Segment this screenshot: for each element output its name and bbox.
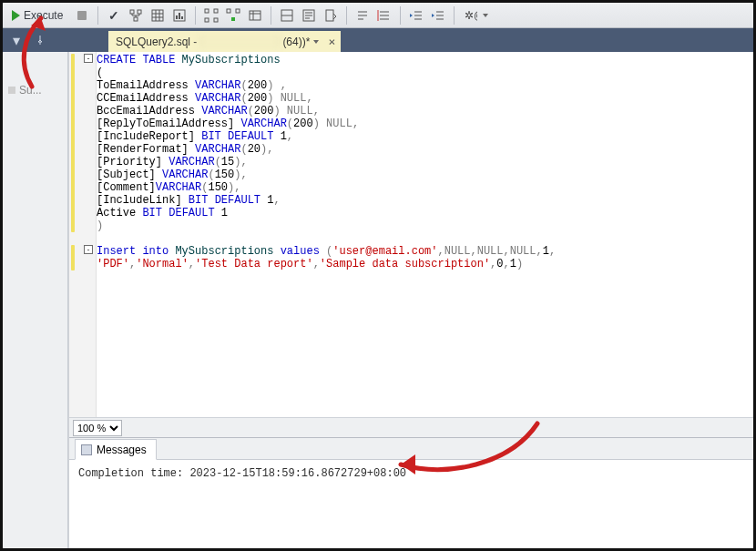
outdent-icon: [409, 8, 424, 23]
pin-button[interactable]: [30, 30, 50, 50]
svg-rect-9: [214, 9, 218, 13]
toolbar-separator: [454, 6, 455, 25]
stop-icon: [77, 11, 87, 20]
messages-tab[interactable]: Messages: [75, 439, 157, 460]
svg-rect-0: [130, 10, 134, 14]
node-label: Su...: [19, 84, 42, 97]
editor-area: -- CREATE TABLE MySubscriptions ( ToEmai…: [68, 52, 753, 548]
file-tab-prefix: SQLQuery2.sql -: [116, 36, 197, 48]
comment-icon: [355, 8, 370, 23]
uncomment-button[interactable]: [374, 5, 394, 26]
btn-b[interactable]: [223, 5, 243, 26]
include-stats-button[interactable]: [169, 5, 189, 26]
toolbar-separator: [97, 6, 98, 25]
pin-icon: [35, 35, 46, 46]
results-panel: Messages Completion time: 2023-12-15T18:…: [69, 437, 753, 548]
messages-tab-label: Messages: [97, 444, 147, 456]
check-icon: ✓: [108, 8, 119, 23]
play-icon: [12, 10, 20, 21]
svg-rect-8: [205, 9, 209, 13]
results-text-button[interactable]: [299, 5, 319, 26]
tab-dropdown-button[interactable]: ▾: [6, 30, 26, 50]
svg-rect-7: [181, 16, 183, 19]
svg-rect-11: [214, 18, 218, 22]
results-file-button[interactable]: [321, 5, 341, 26]
toolbar-separator: [271, 6, 271, 25]
toolbar-separator: [400, 6, 401, 25]
results-grid-icon: [280, 8, 294, 23]
object-explorer-panel: Su...: [3, 52, 68, 548]
collapse-toggle[interactable]: -: [84, 245, 93, 254]
node-icon: [8, 87, 15, 94]
toolbar-separator: [346, 6, 347, 25]
svg-rect-10: [205, 18, 209, 22]
code-text[interactable]: CREATE TABLE MySubscriptions ( ToEmailAd…: [97, 54, 753, 270]
table-icon: [248, 8, 262, 23]
editor-gutter: --: [69, 52, 97, 417]
results-file-icon: [323, 8, 338, 23]
comment-button[interactable]: [352, 5, 373, 26]
parse-button[interactable]: ✓: [104, 5, 124, 26]
btn-a[interactable]: [201, 5, 221, 26]
zoom-select[interactable]: 100 %: [73, 420, 122, 436]
results-grid-button[interactable]: [277, 5, 297, 26]
plan-green-icon: [226, 8, 240, 23]
svg-rect-13: [236, 9, 240, 13]
execute-button[interactable]: Execute: [8, 5, 70, 26]
svg-rect-12: [227, 9, 230, 13]
toolbar-separator: [195, 6, 196, 25]
at-icon: ✲@: [463, 8, 477, 23]
btn-c[interactable]: [245, 5, 265, 26]
include-plan-button[interactable]: [148, 5, 168, 26]
svg-rect-6: [179, 13, 180, 19]
svg-rect-14: [231, 17, 235, 21]
indent-icon: [431, 8, 445, 23]
svg-rect-2: [134, 17, 138, 21]
svg-rect-15: [250, 11, 261, 20]
tab-close-button[interactable]: ×: [328, 35, 335, 48]
indent-button[interactable]: [428, 5, 448, 26]
object-explorer-node[interactable]: Su...: [8, 84, 42, 97]
svg-rect-18: [326, 10, 333, 21]
stats-icon: [172, 8, 187, 23]
stop-button[interactable]: [72, 5, 92, 26]
file-tab[interactable]: SQLQuery2.sql - (64))* ×: [108, 31, 341, 52]
completion-time-text: Completion time: 2023-12-15T18:59:16.867…: [78, 467, 744, 480]
main-toolbar: Execute ✓ ✲@: [3, 3, 753, 28]
plan-icon: [128, 8, 143, 23]
change-marker: [71, 245, 75, 270]
execute-label: Execute: [24, 9, 63, 22]
document-tabstrip: ▾ SQLQuery2.sql - (64))* ×: [3, 28, 753, 52]
change-marker: [71, 54, 75, 232]
outdent-button[interactable]: [406, 5, 426, 26]
plan-small-icon: [204, 8, 219, 23]
display-plan-button[interactable]: [126, 5, 146, 26]
svg-rect-3: [152, 10, 163, 21]
results-tabrow: Messages: [69, 438, 753, 460]
svg-text:✲@: ✲@: [465, 9, 477, 22]
messages-icon: [81, 444, 92, 455]
file-tab-suffix: (64))*: [282, 36, 310, 48]
dropdown-icon[interactable]: [483, 14, 488, 17]
file-tab-server-blurred: [199, 36, 281, 47]
tab-menu-icon[interactable]: [313, 40, 319, 44]
svg-rect-5: [176, 15, 178, 19]
code-editor[interactable]: -- CREATE TABLE MySubscriptions ( ToEmai…: [69, 52, 753, 417]
svg-rect-1: [138, 10, 141, 14]
messages-body[interactable]: Completion time: 2023-12-15T18:59:16.867…: [69, 460, 753, 548]
specify-values-button[interactable]: ✲@: [460, 5, 480, 26]
uncomment-icon: [377, 8, 392, 23]
grid-icon: [150, 8, 165, 23]
collapse-toggle[interactable]: -: [84, 54, 93, 63]
zoom-bar: 100 %: [69, 417, 753, 437]
results-text-icon: [301, 8, 316, 23]
